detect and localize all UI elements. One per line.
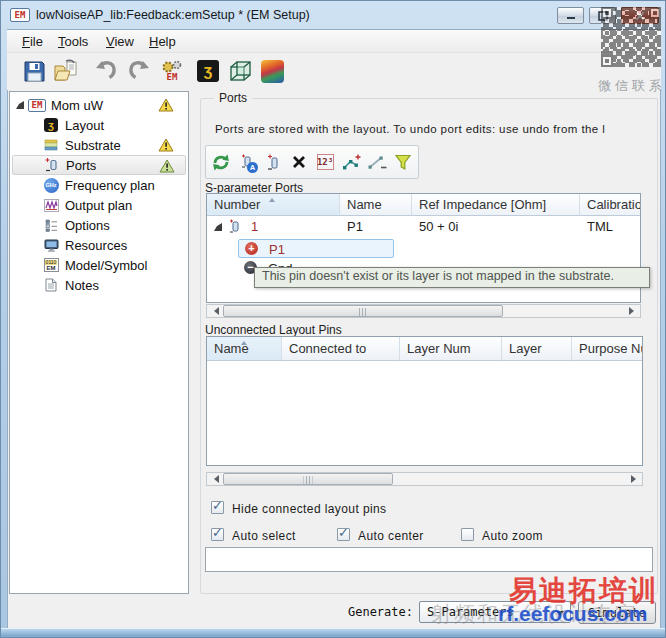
options-list-icon: [42, 219, 60, 232]
sparam-h-scrollbar[interactable]: [206, 304, 641, 318]
tree-item-layout[interactable]: ʒ Layout: [12, 115, 186, 135]
tree-item-mom-uw[interactable]: EM Mom uW: [12, 95, 186, 115]
menu-file[interactable]: File: [16, 33, 49, 51]
tree-item-frequency-plan[interactable]: GHz Frequency plan: [12, 175, 186, 195]
pin-row-p1[interactable]: + P1: [238, 239, 394, 258]
tree-item-substrate[interactable]: Substrate: [12, 135, 186, 155]
port-impedance-cell: 50 + 0i: [419, 219, 458, 234]
column-header-number[interactable]: Number: [207, 194, 340, 216]
minimize-button[interactable]: [557, 7, 584, 24]
tree-item-ports[interactable]: Ports: [12, 155, 186, 175]
attach-pins-icon: [341, 154, 361, 171]
auto-center-label: Auto center: [358, 529, 424, 543]
column-header-connected-to[interactable]: Connected to: [282, 337, 400, 361]
detach-pins-button[interactable]: [364, 148, 390, 176]
scroll-right-button[interactable]: [626, 305, 640, 317]
layout-view-button[interactable]: ʒ: [193, 56, 223, 86]
row-expander-icon[interactable]: [214, 223, 222, 231]
visualization-icon: [261, 60, 284, 83]
auto-select-checkbox[interactable]: ✓: [211, 528, 224, 541]
column-header-layer[interactable]: Layer: [502, 337, 572, 361]
em-icon: EM: [28, 99, 46, 112]
scrollbar-thumb[interactable]: [223, 473, 393, 485]
renumber-icon: 12³: [317, 154, 334, 170]
auto-zoom-checkbox[interactable]: [461, 528, 474, 541]
pin-label: P1: [269, 242, 285, 257]
tree-item-model-symbol[interactable]: 0110EM Model/Symbol: [12, 255, 186, 275]
scroll-left-button[interactable]: [207, 305, 221, 317]
auto-zoom-label: Auto zoom: [482, 529, 543, 543]
status-box: [205, 547, 653, 572]
watermark-site: rf.eefocus.com: [498, 602, 647, 626]
em-settings-button[interactable]: EM: [157, 56, 187, 86]
3d-preview-button[interactable]: [225, 56, 255, 86]
main-toolbar: EM ʒ: [7, 53, 661, 90]
port-row[interactable]: 1 P1 50 + 0i TML: [207, 216, 640, 237]
layout-icon: ʒ: [42, 118, 60, 132]
sort-ascending-icon: [241, 338, 247, 345]
undo-button[interactable]: [91, 56, 121, 86]
attach-pins-button[interactable]: [338, 148, 364, 176]
expander-icon[interactable]: [16, 101, 24, 109]
delete-icon: [292, 155, 306, 169]
open-folder-icon: [53, 59, 79, 83]
redo-button[interactable]: [123, 56, 153, 86]
open-button[interactable]: [51, 56, 81, 86]
tree-item-notes[interactable]: Notes: [12, 275, 186, 295]
filter-button[interactable]: [390, 148, 416, 176]
detach-pins-icon: [367, 154, 387, 171]
unconnected-section-title: Unconnected Layout Pins: [205, 323, 342, 337]
column-header-calibration[interactable]: Calibration: [580, 194, 640, 216]
menu-help[interactable]: Help: [143, 33, 182, 51]
port-icon: [229, 219, 241, 239]
window-bottom-border: [1, 628, 666, 638]
visualization-button[interactable]: [257, 56, 287, 86]
window-title: lowNoiseAP_lib:Feedback:emSetup * (EM Se…: [36, 8, 310, 22]
add-port-icon: [267, 154, 280, 171]
hide-connected-pins-checkbox[interactable]: ✓: [211, 501, 224, 514]
column-header-purpose-num[interactable]: Purpose Num: [572, 337, 642, 361]
ports-toolbar: A 12³: [205, 145, 419, 179]
undo-icon: [94, 59, 119, 83]
window-em-icon: EM: [10, 8, 30, 22]
unconnected-h-scrollbar[interactable]: [206, 472, 643, 486]
menu-bar: File Tools View Help: [7, 30, 661, 53]
substrate-icon: [42, 138, 60, 152]
scroll-right-button[interactable]: [628, 473, 642, 485]
auto-badge: A: [247, 162, 258, 173]
add-port-button[interactable]: [260, 148, 286, 176]
auto-center-checkbox[interactable]: ✓: [337, 528, 350, 541]
warning-icon: [158, 98, 174, 115]
waveform-icon: [42, 199, 60, 212]
port-name-cell: P1: [347, 219, 363, 234]
em-gears-label: EM: [167, 73, 178, 82]
refresh-button[interactable]: [208, 148, 234, 176]
tree-item-options[interactable]: Options: [12, 215, 186, 235]
tree-item-output-plan[interactable]: Output plan: [12, 195, 186, 215]
qr-code-watermark: [601, 7, 661, 67]
scrollbar-thumb[interactable]: [223, 305, 503, 317]
auto-port-button[interactable]: A: [234, 148, 260, 176]
redo-icon: [126, 59, 151, 83]
menu-tools[interactable]: Tools: [52, 33, 94, 51]
notes-icon: [42, 278, 60, 292]
delete-port-button[interactable]: [286, 148, 312, 176]
save-button[interactable]: [19, 56, 49, 86]
ports-icon: [43, 157, 61, 173]
column-header-ref-impedance[interactable]: Ref Impedance [Ohm]: [412, 194, 580, 216]
unconnected-pins-table: Name Connected to Layer Num Layer Purpos…: [206, 336, 643, 466]
tree-item-resources[interactable]: Resources: [12, 235, 186, 255]
save-icon: [23, 60, 46, 83]
ghz-icon: GHz: [42, 178, 60, 193]
menu-view[interactable]: View: [100, 33, 140, 51]
wireframe-cube-icon: [228, 59, 253, 84]
renumber-button[interactable]: 12³: [312, 148, 338, 176]
scroll-left-button[interactable]: [207, 473, 221, 485]
em-setup-window: EM lowNoiseAP_lib:Feedback:emSetup * (EM…: [0, 0, 666, 638]
sort-ascending-icon: [269, 195, 275, 202]
warning-green-icon: [159, 159, 175, 176]
warning-icon: [158, 138, 174, 155]
column-header-name[interactable]: Name: [340, 194, 412, 216]
column-header-name[interactable]: Name: [207, 337, 282, 361]
column-header-layer-num[interactable]: Layer Num: [400, 337, 502, 361]
